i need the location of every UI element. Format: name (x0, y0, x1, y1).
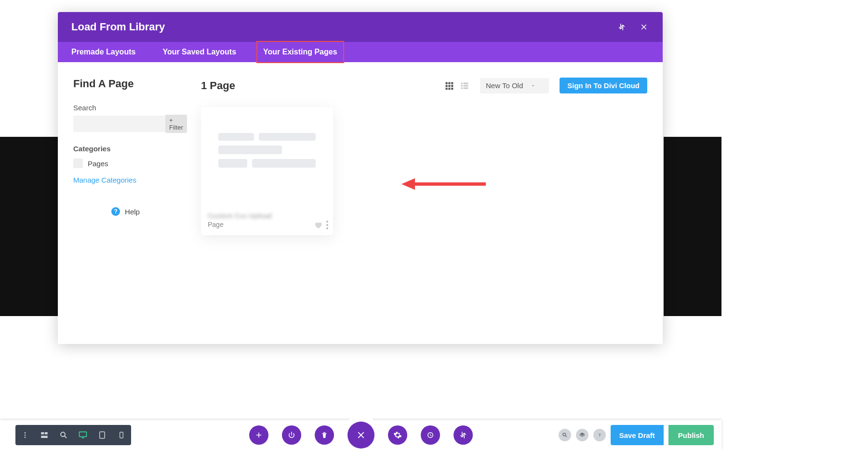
svg-rect-21 (45, 432, 48, 435)
svg-point-18 (25, 435, 26, 436)
svg-rect-9 (461, 82, 463, 84)
page-card[interactable]: Custom Css Upload Page (201, 107, 333, 235)
category-item-pages[interactable]: Pages (73, 159, 178, 168)
modal-title: Load From Library (71, 21, 165, 33)
card-preview (201, 107, 333, 208)
filter-button[interactable]: + Filter (165, 115, 187, 133)
publish-button[interactable]: Publish (668, 425, 714, 445)
page-count-label: 1 Page (201, 79, 235, 92)
search-round-icon[interactable] (559, 429, 571, 441)
grid-view-icon[interactable] (444, 81, 454, 91)
library-modal: Load From Library Premade Layouts Your S… (58, 12, 663, 344)
svg-rect-8 (451, 88, 453, 90)
tab-premade-layouts[interactable]: Premade Layouts (71, 42, 135, 62)
signin-divi-cloud-button[interactable]: Sign In To Divi Cloud (560, 78, 647, 93)
help-label: Help (125, 208, 140, 216)
svg-rect-13 (461, 87, 463, 89)
modal-header-actions (616, 22, 649, 32)
portability-button[interactable] (454, 425, 473, 445)
layers-round-icon[interactable] (576, 429, 588, 441)
center-action-buttons (249, 422, 473, 449)
svg-line-24 (65, 436, 67, 438)
sort-value: New To Old (486, 81, 523, 90)
svg-rect-22 (41, 436, 48, 438)
svg-point-23 (61, 432, 65, 437)
zoom-icon[interactable] (58, 429, 69, 441)
search-label: Search (73, 104, 178, 112)
search-row: + Filter (73, 116, 178, 132)
card-grid: Custom Css Upload Page (201, 107, 647, 235)
close-icon[interactable] (639, 22, 649, 32)
svg-point-17 (25, 432, 26, 434)
svg-point-29 (563, 433, 566, 436)
svg-rect-4 (448, 85, 450, 87)
svg-rect-1 (448, 82, 450, 84)
svg-text:?: ? (598, 433, 601, 437)
card-actions (314, 221, 328, 229)
svg-rect-26 (82, 437, 84, 438)
bottom-right-actions: ? Save Draft Publish (559, 425, 714, 445)
menu-icon[interactable] (19, 429, 31, 441)
tab-existing-pages[interactable]: Your Existing Pages (257, 42, 343, 62)
modal-tabs: Premade Layouts Your Saved Layouts Your … (58, 42, 663, 62)
page-background-right (664, 137, 721, 316)
main-top-right: New To Old Sign In To Divi Cloud (444, 78, 647, 93)
portability-icon[interactable] (616, 22, 627, 32)
add-button[interactable] (249, 425, 268, 445)
main-top-bar: 1 Page (201, 78, 647, 93)
main-area: 1 Page (201, 78, 647, 235)
categories-heading: Categories (73, 145, 178, 153)
search-input[interactable] (73, 120, 165, 128)
svg-rect-7 (448, 88, 450, 90)
help-row[interactable]: ? Help (73, 207, 178, 216)
svg-rect-0 (446, 82, 448, 84)
card-title: Custom Css Upload (208, 212, 326, 220)
save-draft-button[interactable]: Save Draft (611, 425, 664, 445)
power-button[interactable] (282, 425, 301, 445)
svg-rect-28 (120, 432, 123, 438)
svg-rect-2 (451, 82, 453, 84)
chevron-down-icon (531, 83, 535, 88)
svg-line-30 (565, 436, 567, 437)
desktop-view-icon[interactable] (77, 429, 89, 441)
svg-rect-5 (451, 85, 453, 87)
svg-rect-25 (80, 432, 87, 437)
card-type-label: Page (208, 221, 326, 228)
wireframe-icon[interactable] (39, 429, 50, 441)
bottom-left-toolgroup (15, 425, 131, 445)
svg-rect-27 (100, 432, 105, 438)
svg-rect-20 (41, 432, 44, 435)
svg-rect-3 (446, 85, 448, 87)
view-toggle (444, 81, 469, 91)
help-round-icon[interactable]: ? (593, 429, 606, 441)
svg-rect-11 (461, 85, 463, 86)
modal-body: Find A Page Search + Filter Categories P… (58, 62, 663, 251)
more-icon[interactable] (326, 221, 328, 229)
checkbox-icon[interactable] (73, 159, 83, 168)
help-icon: ? (111, 207, 120, 216)
page-background-left (0, 137, 58, 316)
svg-rect-6 (446, 88, 448, 90)
sort-dropdown[interactable]: New To Old (480, 78, 549, 93)
card-footer: Custom Css Upload Page (201, 208, 333, 235)
sidebar: Find A Page Search + Filter Categories P… (73, 78, 178, 235)
history-button[interactable] (421, 425, 440, 445)
svg-rect-14 (464, 87, 468, 89)
svg-rect-10 (464, 82, 468, 84)
tab-saved-layouts[interactable]: Your Saved Layouts (162, 42, 236, 62)
phone-view-icon[interactable] (116, 429, 127, 441)
sidebar-heading: Find A Page (73, 78, 178, 90)
settings-button[interactable] (388, 425, 407, 445)
category-label: Pages (88, 159, 108, 168)
tablet-view-icon[interactable] (96, 429, 108, 441)
manage-categories-link[interactable]: Manage Categories (73, 176, 178, 184)
svg-rect-12 (464, 85, 468, 86)
delete-button[interactable] (315, 425, 334, 445)
list-view-icon[interactable] (460, 81, 469, 91)
svg-point-19 (25, 437, 26, 438)
favorite-icon[interactable] (314, 221, 322, 229)
modal-header: Load From Library (58, 12, 663, 42)
builder-bottom-bar: ? Save Draft Publish (0, 420, 721, 450)
close-builder-button[interactable] (347, 422, 374, 449)
